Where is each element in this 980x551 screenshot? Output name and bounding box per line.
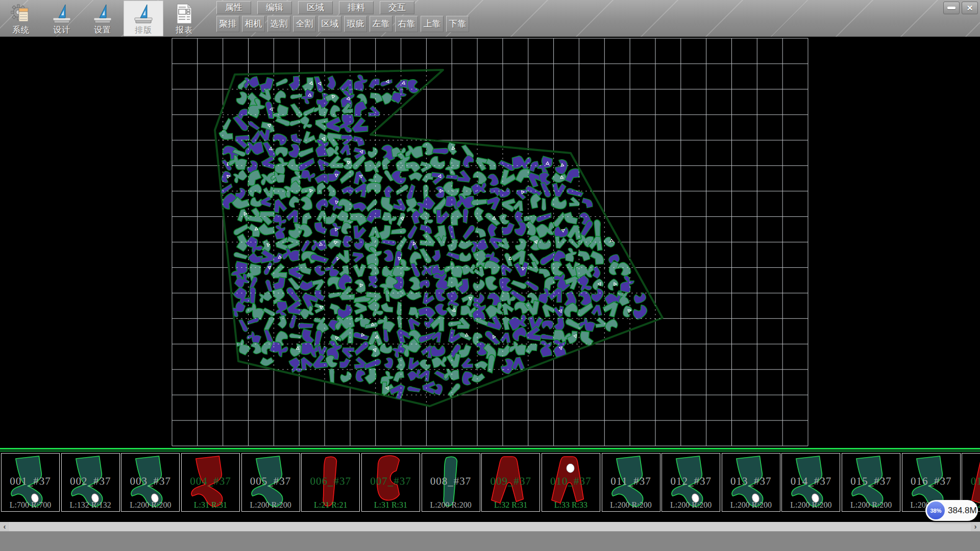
piece-name: 003_#37 bbox=[121, 475, 179, 488]
nesting-canvas[interactable] bbox=[0, 37, 980, 448]
tool-button[interactable]: 全割 bbox=[293, 16, 316, 32]
piece-lr-count: L:33 R:33 bbox=[542, 500, 600, 510]
piece-name: 008_#37 bbox=[422, 475, 480, 488]
nav-label: 设置 bbox=[94, 25, 111, 36]
minimize-icon bbox=[947, 7, 955, 9]
nav-settings-button[interactable]: 设置 bbox=[83, 1, 122, 36]
menu-tab[interactable]: 排料 bbox=[339, 1, 374, 14]
nav-label: 报表 bbox=[176, 25, 193, 36]
piece-name: 006_#37 bbox=[302, 475, 359, 488]
ruler-icon bbox=[92, 3, 113, 24]
piece-name: 010_#37 bbox=[542, 475, 600, 488]
piece-name: 001_#37 bbox=[2, 475, 59, 488]
piece-tile[interactable]: 014_#37L:200 R:200 bbox=[781, 453, 840, 512]
tool-button[interactable]: 相机 bbox=[242, 16, 265, 32]
piece-tile[interactable]: 007_#37L:31 R:31 bbox=[361, 453, 420, 512]
piece-lr-count: L:700 R:700 bbox=[2, 500, 59, 510]
menu-tab[interactable]: 区域 bbox=[298, 1, 333, 14]
piece-name: 011_#37 bbox=[602, 475, 660, 488]
memory-badge: 38% 384.8M bbox=[925, 500, 978, 521]
tool-button[interactable]: 区域 bbox=[318, 16, 341, 32]
piece-tile[interactable]: 003_#37L:200 R:200 bbox=[121, 453, 180, 512]
piece-lr-count: L:21 R:21 bbox=[302, 500, 359, 510]
nav-layout-button[interactable]: 排版 bbox=[124, 1, 163, 36]
piece-lr-count: L:200 R:200 bbox=[422, 500, 480, 510]
piece-lr-count: L:132 R:132 bbox=[62, 500, 119, 510]
menu-tab-row: 属性编辑区域排料交互 bbox=[216, 1, 414, 14]
minimize-button[interactable] bbox=[943, 2, 960, 14]
piece-name: 005_#37 bbox=[242, 475, 300, 488]
piece-name: 014_#37 bbox=[782, 475, 840, 488]
piece-name: 013_#37 bbox=[722, 475, 780, 488]
close-button[interactable]: ✕ bbox=[962, 2, 978, 14]
memory-label: 384.8M bbox=[948, 500, 977, 521]
piece-lr-count: L:200 R:200 bbox=[242, 500, 300, 510]
nav-system-button[interactable]: 系统 bbox=[1, 1, 41, 36]
main-nav: 系统 设计 bbox=[1, 1, 204, 36]
window-controls: ✕ bbox=[943, 2, 978, 14]
nav-report-button[interactable]: 报表 bbox=[164, 1, 204, 36]
piece-lr-count: L:200 R:200 bbox=[842, 500, 900, 510]
tool-button[interactable]: 选割 bbox=[267, 16, 290, 32]
tool-button[interactable]: 右靠 bbox=[395, 16, 418, 32]
piece-name: 016_#37 bbox=[902, 475, 960, 488]
piece-tile[interactable]: 004_#37L:31 R:31 bbox=[181, 453, 240, 512]
piece-tile[interactable]: 011_#37L:200 R:200 bbox=[602, 453, 660, 512]
piece-name: 002_#37 bbox=[62, 475, 119, 488]
piece-tile[interactable]: 009_#37L:32 R:31 bbox=[481, 453, 540, 512]
piece-tile[interactable]: 002_#37L:132 R:132 bbox=[61, 453, 120, 512]
piece-lr-count: L:200 R:200 bbox=[782, 500, 840, 510]
menu-tab[interactable]: 交互 bbox=[380, 1, 414, 14]
piece-name: 009_#37 bbox=[482, 475, 540, 488]
canvas-svg bbox=[0, 37, 980, 448]
horizontal-scrollbar[interactable]: ‹ › bbox=[0, 522, 980, 531]
tool-button[interactable]: 左靠 bbox=[370, 16, 393, 32]
menu-tab[interactable]: 属性 bbox=[216, 1, 251, 14]
piece-tile[interactable]: 008_#37L:200 R:200 bbox=[422, 453, 480, 512]
piece-name: 012_#37 bbox=[662, 475, 720, 488]
piece-tile[interactable]: 012_#37L:200 R:200 bbox=[662, 453, 720, 512]
scroll-left-button[interactable]: ‹ bbox=[0, 522, 9, 531]
piece-tile[interactable]: 001_#37L:700 R:700 bbox=[1, 453, 60, 512]
piece-tile[interactable]: 015_#37L:200 R:200 bbox=[842, 453, 900, 512]
report-icon bbox=[174, 3, 194, 24]
nav-label: 系统 bbox=[12, 25, 30, 36]
scroll-right-button[interactable]: › bbox=[971, 522, 980, 531]
nav-label: 排版 bbox=[135, 25, 152, 36]
piece-lr-count: L:200 R:200 bbox=[602, 500, 660, 510]
piece-lr-count: L:31 R:31 bbox=[182, 500, 239, 510]
close-icon: ✕ bbox=[967, 4, 973, 13]
ruler-icon bbox=[52, 3, 72, 24]
progress-circle: 38% bbox=[927, 502, 945, 519]
piece-lr-count: L:200 R:200 bbox=[662, 500, 720, 510]
status-bar bbox=[0, 531, 980, 551]
nav-design-button[interactable]: 设计 bbox=[42, 1, 82, 36]
nav-label: 设计 bbox=[53, 25, 70, 36]
gear-icon bbox=[11, 3, 31, 24]
menu-tab[interactable]: 编辑 bbox=[257, 1, 292, 14]
piece-tile[interactable]: 010_#37L:33 R:33 bbox=[542, 453, 600, 512]
piece-name: 017_#37 bbox=[962, 475, 980, 488]
piece-tile-list: 001_#37L:700 R:700002_#37L:132 R:132003_… bbox=[0, 448, 980, 522]
piece-lr-count: L:200 R:200 bbox=[121, 500, 179, 510]
tool-button[interactable]: 下靠 bbox=[446, 16, 469, 32]
piece-lr-count: L:200 R:200 bbox=[722, 500, 780, 510]
tool-button-row: 聚排相机选割全割区域瑕疵左靠右靠上靠下靠 bbox=[216, 16, 469, 32]
piece-name: 004_#37 bbox=[182, 475, 239, 488]
piece-name: 007_#37 bbox=[362, 475, 420, 488]
piece-tile[interactable]: 005_#37L:200 R:200 bbox=[241, 453, 300, 512]
piece-lr-count: L:32 R:31 bbox=[482, 500, 540, 510]
toolbar: 系统 设计 bbox=[0, 0, 980, 37]
pieces-panel: 001_#37L:700 R:700002_#37L:132 R:132003_… bbox=[0, 448, 980, 522]
ruler-icon bbox=[133, 3, 154, 24]
piece-lr-count: L:31 R:31 bbox=[362, 500, 420, 510]
piece-tile[interactable]: 013_#37L:200 R:200 bbox=[722, 453, 780, 512]
tool-button[interactable]: 聚排 bbox=[216, 16, 239, 32]
tool-button[interactable]: 上靠 bbox=[421, 16, 444, 32]
piece-name: 015_#37 bbox=[842, 475, 900, 488]
tool-button[interactable]: 瑕疵 bbox=[344, 16, 367, 32]
piece-tile[interactable]: 006_#37L:21 R:21 bbox=[301, 453, 360, 512]
